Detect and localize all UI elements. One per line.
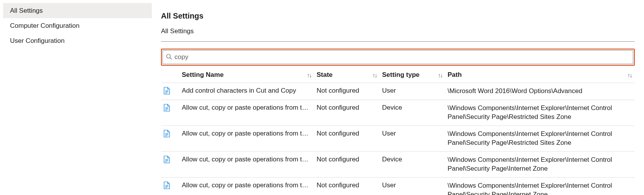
table-row[interactable]: Allow cut, copy or paste operations from… [161, 100, 635, 125]
column-label: Path [448, 71, 462, 79]
cell-path: \Windows Components\Internet Explorer\In… [445, 100, 635, 125]
search-input[interactable] [174, 53, 630, 61]
cell-setting-type: Device [380, 100, 445, 125]
cell-setting-name: Allow cut, copy or paste operations from… [179, 125, 314, 151]
sidebar: All Settings Computer Configuration User… [0, 0, 155, 195]
column-header-path[interactable]: Path ↑↓ [445, 70, 635, 83]
table-row[interactable]: Allow cut, copy or paste operations from… [161, 151, 635, 177]
cell-path: \Microsoft Word 2016\Word Options\Advanc… [445, 83, 635, 100]
column-header-icon [161, 70, 179, 83]
document-icon [161, 151, 179, 177]
document-icon [161, 125, 179, 151]
search-box[interactable] [163, 50, 633, 64]
settings-table: Setting Name ↑↓ State ↑↓ Setting type ↑↓ [161, 70, 635, 195]
breadcrumb: All Settings [161, 27, 635, 42]
svg-point-0 [167, 54, 171, 58]
table-row[interactable]: Allow cut, copy or paste operations from… [161, 125, 635, 151]
sidebar-item-user-configuration[interactable]: User Configuration [3, 33, 152, 48]
table-row[interactable]: Add control characters in Cut and Copy N… [161, 83, 635, 100]
sidebar-item-label: All Settings [10, 7, 43, 14]
sort-icon[interactable]: ↑↓ [627, 72, 632, 78]
column-header-state[interactable]: State ↑↓ [314, 70, 380, 83]
main: All Settings All Settings Setting Name [155, 0, 644, 195]
cell-setting-name: Add control characters in Cut and Copy [179, 83, 314, 100]
cell-setting-name: Allow cut, copy or paste operations from… [179, 151, 314, 177]
document-icon [161, 83, 179, 100]
table-header-row: Setting Name ↑↓ State ↑↓ Setting type ↑↓ [161, 70, 635, 83]
sidebar-item-label: Computer Configuration [10, 22, 79, 29]
column-label: Setting Name [182, 71, 224, 79]
svg-line-1 [170, 58, 172, 59]
sidebar-item-all-settings[interactable]: All Settings [3, 3, 152, 18]
sort-icon[interactable]: ↑↓ [372, 72, 377, 78]
sort-icon[interactable]: ↑↓ [438, 72, 442, 78]
column-header-setting-type[interactable]: Setting type ↑↓ [380, 70, 445, 83]
cell-state: Not configured [314, 177, 380, 195]
page-title: All Settings [161, 12, 635, 20]
cell-setting-name: Allow cut, copy or paste operations from… [179, 100, 314, 125]
cell-state: Not configured [314, 100, 380, 125]
column-label: Setting type [382, 71, 419, 79]
sidebar-item-computer-configuration[interactable]: Computer Configuration [3, 18, 152, 33]
cell-state: Not configured [314, 83, 380, 100]
cell-setting-type: User [380, 177, 445, 195]
table-row[interactable]: Allow cut, copy or paste operations from… [161, 177, 635, 195]
document-icon [161, 177, 179, 195]
document-icon [161, 100, 179, 125]
cell-path: \Windows Components\Internet Explorer\In… [445, 177, 635, 195]
sidebar-item-label: User Configuration [10, 37, 65, 44]
cell-path: \Windows Components\Internet Explorer\In… [445, 151, 635, 177]
cell-setting-type: User [380, 83, 445, 100]
cell-setting-type: Device [380, 151, 445, 177]
cell-path: \Windows Components\Internet Explorer\In… [445, 125, 635, 151]
cell-state: Not configured [314, 151, 380, 177]
search-icon [166, 54, 172, 61]
cell-setting-type: User [380, 125, 445, 151]
cell-state: Not configured [314, 125, 380, 151]
column-header-setting-name[interactable]: Setting Name ↑↓ [179, 70, 314, 83]
column-label: State [317, 71, 333, 79]
cell-setting-name: Allow cut, copy or paste operations from… [179, 177, 314, 195]
sort-icon[interactable]: ↑↓ [307, 72, 311, 78]
search-highlight-frame [161, 49, 635, 66]
